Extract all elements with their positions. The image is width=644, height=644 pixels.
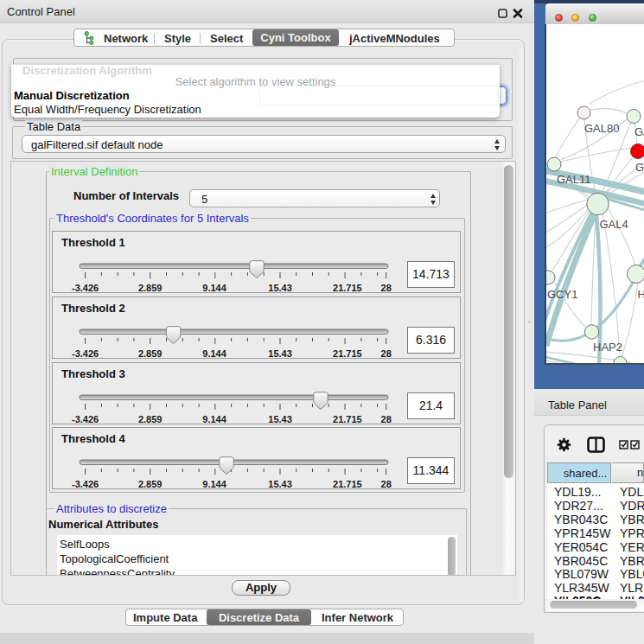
svg-text:28: 28 [381,283,392,293]
svg-text:-3.426: -3.426 [72,479,99,489]
svg-text:9.144: 9.144 [202,414,226,424]
svg-text:9.144: 9.144 [202,283,226,293]
svg-text:2.859: 2.859 [138,348,163,359]
svg-text:15.43: 15.43 [268,283,292,293]
svg-text:21.715: 21.715 [333,414,362,424]
svg-text:-3.426: -3.426 [72,348,99,359]
svg-text:21.715: 21.715 [333,283,362,293]
svg-text:GAL4: GAL4 [600,218,628,231]
svg-text:HAP2: HAP2 [593,341,622,354]
svg-text:15.43: 15.43 [268,479,292,489]
svg-text:15.43: 15.43 [268,414,292,424]
svg-text:GAL80: GAL80 [584,122,619,135]
svg-text:G: G [635,161,644,174]
svg-text:28: 28 [381,479,392,489]
svg-text:2.859: 2.859 [138,414,163,424]
svg-text:H: H [638,288,644,301]
svg-text:GCY1: GCY1 [547,288,577,301]
svg-text:2.859: 2.859 [138,283,163,293]
svg-text:21.715: 21.715 [333,348,362,359]
svg-text:15.43: 15.43 [268,348,292,359]
svg-text:21.715: 21.715 [333,479,362,489]
svg-text:9.144: 9.144 [202,348,226,359]
svg-text:-3.426: -3.426 [72,414,99,424]
svg-text:GA: GA [634,125,644,138]
svg-text:28: 28 [381,348,392,359]
svg-text:28: 28 [381,414,392,424]
svg-text:-3.426: -3.426 [72,283,99,293]
svg-text:9.144: 9.144 [202,479,226,489]
svg-text:GAL11: GAL11 [557,173,591,186]
svg-text:2.859: 2.859 [138,479,163,489]
